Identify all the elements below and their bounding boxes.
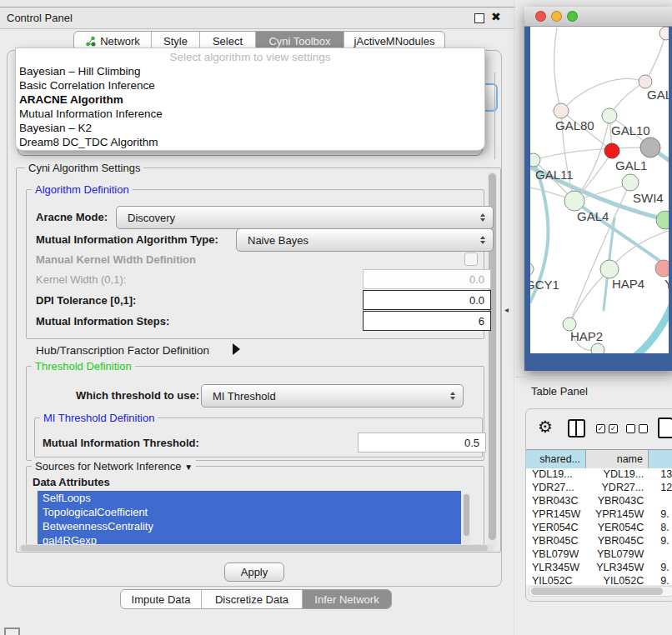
control-panel-titlebar: Control Panel ✖ [0, 7, 515, 29]
algorithm-option-bayesian-hill-climbing[interactable]: Bayesian – Hill Climbing [19, 64, 481, 78]
attribute-item-betweennesscentrality[interactable]: BetweennessCentrality [38, 519, 461, 533]
kernel-width-label: Kernel Width (0,1): [36, 273, 126, 286]
network-node[interactable] [530, 262, 534, 276]
table-cell: YER054C [585, 522, 647, 535]
float-icon[interactable] [474, 13, 484, 23]
panel-separator [514, 0, 514, 635]
kernel-width-input[interactable]: 0.0 [363, 269, 491, 289]
data-attributes-list[interactable]: SelfLoopsTopologicalCoefficientBetweenne… [38, 491, 461, 549]
network-node[interactable] [604, 143, 619, 158]
table-cell: 12 [647, 482, 672, 495]
collapse-arrow-icon[interactable]: ▼ [184, 462, 193, 472]
stepper-icon [480, 213, 485, 222]
mi-steps-label: Mutual Information Steps: [36, 315, 169, 328]
unselect-all-columns-icon[interactable] [626, 424, 651, 439]
document-icon[interactable] [658, 418, 672, 438]
minimize-button[interactable] [551, 11, 562, 22]
table-row[interactable]: YLR345WYLR345W9. [526, 562, 672, 575]
table-cell: YER054C [526, 522, 585, 535]
network-node[interactable] [656, 211, 669, 229]
algorithm-dropdown[interactable]: Select algorithm to view settings Bayesi… [15, 48, 485, 151]
table-cell: YBR045C [585, 535, 647, 548]
attributes-list-scrollbar[interactable] [463, 492, 470, 546]
table-row[interactable]: YPR145WYPR145W9. [526, 508, 672, 522]
table-toolbar: ⚙ ✓✓ [526, 409, 672, 449]
which-threshold-select[interactable]: MI Threshold [201, 384, 464, 408]
collapse-panel-arrow-icon[interactable]: ◂ [504, 305, 509, 314]
algorithm-option-mutual-information-inference[interactable]: Mutual Information Inference [19, 107, 481, 121]
table-rows[interactable]: YDL19...YDL19...13YDR27...YDR27...12YBR0… [526, 468, 672, 585]
table-row[interactable]: YBL079WYBL079W [526, 548, 672, 562]
table-cell: YLR345W [526, 562, 585, 575]
network-window-titlebar[interactable] [524, 7, 672, 27]
network-edge[interactable] [554, 28, 561, 111]
table-cell [647, 548, 672, 562]
close-icon[interactable]: ✖ [491, 10, 501, 23]
algorithm-option-aracne-algorithm[interactable]: ARACNE Algorithm [19, 92, 481, 107]
table-panel-separator [515, 377, 672, 378]
table-cell: YLR345W [585, 562, 647, 575]
network-node[interactable] [659, 27, 669, 40]
dpi-tolerance-input[interactable]: 0.0 [363, 290, 491, 310]
node-label: GAL1 [615, 158, 647, 172]
hub-definition-toggle[interactable]: Hub/Transcription Factor Definition [36, 344, 209, 357]
select-all-columns-icon[interactable]: ✓✓ [596, 424, 621, 439]
table-hscrollbar[interactable] [529, 586, 672, 597]
close-button[interactable] [535, 11, 546, 22]
table-row[interactable]: YDR27...YDR27...12 [526, 482, 672, 495]
table-header[interactable]: shared...name [526, 449, 672, 469]
manual-kernel-checkbox[interactable] [464, 252, 478, 266]
tab-impute-data[interactable]: Impute Data [121, 590, 202, 608]
algorithm-option-basic-correlation-inference[interactable]: Basic Correlation Inference [19, 78, 481, 92]
column-header-name[interactable]: name [586, 450, 649, 468]
which-threshold-label: Which threshold to use: [76, 389, 199, 402]
table-row[interactable]: YBR045CYBR045C9. [526, 535, 672, 548]
dropdown-items[interactable]: Bayesian – Hill ClimbingBasic Correlatio… [19, 64, 481, 149]
network-node[interactable] [639, 75, 652, 88]
mi-threshold-input[interactable]: 0.5 [358, 432, 486, 452]
attribute-item-selfloops[interactable]: SelfLoops [38, 491, 461, 505]
network-node[interactable] [655, 260, 669, 277]
apply-button[interactable]: Apply [224, 562, 284, 582]
attribute-item-topologicalcoefficient[interactable]: TopologicalCoefficient [38, 505, 461, 519]
tab-label: Discretize Data [215, 593, 288, 606]
settings-hscrollbar[interactable] [19, 544, 494, 552]
network-node[interactable] [640, 138, 660, 158]
node-label: GCY1 [530, 278, 559, 292]
column-header-shared[interactable]: shared... [526, 450, 586, 468]
mi-algorithm-type-select[interactable]: Naive Bayes [236, 228, 494, 252]
network-node[interactable] [530, 153, 540, 167]
expand-arrow-icon[interactable] [233, 343, 240, 355]
aracne-mode-select[interactable]: Discovery [116, 206, 494, 229]
table-row[interactable]: YDL19...YDL19...13 [526, 468, 672, 482]
network-edge[interactable] [570, 271, 609, 322]
network-node[interactable] [622, 174, 639, 191]
network-canvas[interactable]: GALGAL80GAL10GAL11GAL1SWI4GAL4GCY1HAP4YH… [530, 27, 669, 353]
split-view-icon[interactable] [568, 419, 585, 438]
group-title: MI Threshold Definition [40, 412, 158, 424]
column-header-2[interactable] [649, 450, 672, 468]
network-edge[interactable] [561, 79, 645, 111]
table-row[interactable]: YER054CYER054C8. [526, 522, 672, 535]
algorithm-option-dream8-dc-tdc-algorithm[interactable]: Dream8 DC_TDC Algorithm [19, 135, 481, 149]
table-row[interactable]: YIL052CYIL052C9. [526, 575, 672, 585]
network-edge[interactable] [645, 35, 665, 82]
algorithm-option-bayesian-k2[interactable]: Bayesian – K2 [19, 121, 481, 135]
network-node[interactable] [591, 343, 604, 353]
mi-steps-input[interactable]: 6 [363, 311, 491, 331]
gear-icon[interactable]: ⚙ [538, 417, 553, 437]
network-icon [85, 36, 96, 47]
network-node[interactable] [600, 260, 619, 278]
tab-infer-network[interactable]: Infer Network [303, 590, 391, 608]
tab-discretize-data[interactable]: Discretize Data [202, 590, 303, 608]
network-node[interactable] [564, 191, 584, 211]
network-node[interactable] [554, 103, 569, 118]
node-label: SWI4 [633, 191, 664, 205]
group-title: Cyni Algorithm Settings [25, 162, 143, 174]
zoom-button[interactable] [567, 11, 578, 22]
table-row[interactable]: YBR043CYBR043C [526, 495, 672, 508]
corner-widget-fragment[interactable] [4, 628, 20, 635]
network-node[interactable] [602, 108, 617, 123]
network-graph[interactable]: GALGAL80GAL10GAL11GAL1SWI4GAL4GCY1HAP4YH… [530, 27, 669, 353]
tab-label: jActiveMNodules [354, 35, 435, 48]
